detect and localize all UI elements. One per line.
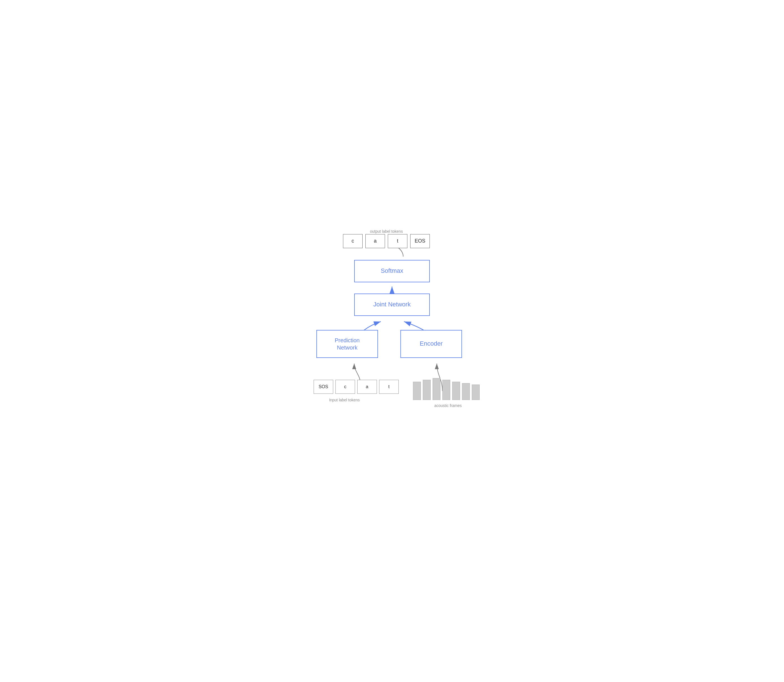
prediction-network-box: Prediction Network [316, 330, 378, 358]
acoustic-bar-6 [462, 383, 470, 400]
output-token-eos: EOS [410, 234, 430, 248]
output-token-a: a [366, 234, 385, 248]
acoustic-bar-5 [452, 382, 460, 400]
joint-network-box: Joint Network [354, 293, 430, 316]
acoustic-bar-2 [423, 380, 431, 400]
input-token-a: a [357, 380, 377, 394]
acoustic-bar-1 [413, 382, 421, 400]
input-label-text: Input label tokens [313, 398, 375, 402]
acoustic-bar-4 [442, 380, 450, 400]
input-token-c: c [336, 380, 355, 394]
acoustic-bar-7 [472, 384, 480, 400]
input-token-sos: SOS [313, 380, 333, 394]
diagram-container: output label tokens c a t EOS Softmax Jo… [294, 226, 490, 456]
output-token-c: c [343, 234, 363, 248]
acoustic-frames-text: acoustic frames [412, 403, 484, 408]
output-token-t: t [388, 234, 407, 248]
acoustic-bar-3 [433, 378, 441, 400]
softmax-box: Softmax [354, 260, 430, 282]
output-label-text: output label tokens [347, 229, 426, 234]
input-token-t: t [379, 380, 399, 394]
encoder-box: Encoder [401, 330, 462, 358]
